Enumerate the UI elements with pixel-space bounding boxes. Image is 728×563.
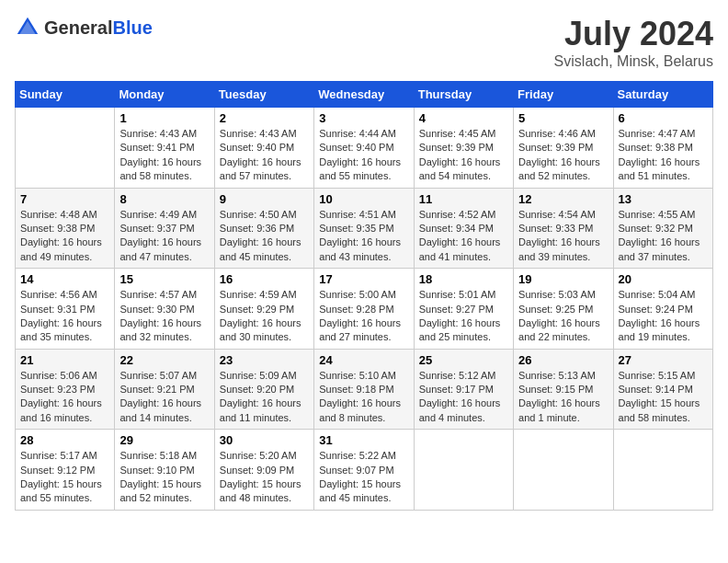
logo: GeneralBlue [15,15,153,40]
page-header: GeneralBlue July 2024 Svislach, Minsk, B… [15,15,713,70]
day-info: Sunrise: 4:46 AMSunset: 9:39 PMDaylight:… [518,128,600,181]
day-number: 9 [220,192,309,206]
day-number: 22 [119,353,209,367]
calendar-cell: 1 Sunrise: 4:43 AMSunset: 9:41 PMDayligh… [115,108,214,189]
day-number: 15 [119,272,209,286]
day-info: Sunrise: 4:55 AMSunset: 9:32 PMDaylight:… [619,209,700,262]
day-number: 16 [220,272,309,286]
calendar-cell: 23 Sunrise: 5:09 AMSunset: 9:20 PMDaylig… [214,349,313,430]
calendar-cell: 6 Sunrise: 4:47 AMSunset: 9:38 PMDayligh… [613,108,712,189]
calendar-cell: 5 Sunrise: 4:46 AMSunset: 9:39 PMDayligh… [514,108,613,189]
calendar-cell: 11 Sunrise: 4:52 AMSunset: 9:34 PMDaylig… [414,188,513,269]
calendar-cell: 20 Sunrise: 5:04 AMSunset: 9:24 PMDaylig… [613,269,712,350]
day-info: Sunrise: 4:52 AMSunset: 9:34 PMDaylight:… [419,209,501,262]
header-friday: Friday [514,82,613,108]
calendar-cell: 14 Sunrise: 4:56 AMSunset: 9:31 PMDaylig… [16,269,115,350]
calendar-cell: 28 Sunrise: 5:17 AMSunset: 9:12 PMDaylig… [16,430,115,511]
calendar-cell: 21 Sunrise: 5:06 AMSunset: 9:23 PMDaylig… [16,349,115,430]
day-number: 26 [518,353,608,367]
header-sunday: Sunday [16,82,115,108]
calendar-cell: 26 Sunrise: 5:13 AMSunset: 9:15 PMDaylig… [514,349,613,430]
day-info: Sunrise: 5:17 AMSunset: 9:12 PMDaylight:… [20,450,102,503]
calendar-cell: 24 Sunrise: 5:10 AMSunset: 9:18 PMDaylig… [314,349,414,430]
calendar-cell: 8 Sunrise: 4:49 AMSunset: 9:37 PMDayligh… [115,188,214,269]
day-number: 6 [619,111,708,125]
calendar-cell: 31 Sunrise: 5:22 AMSunset: 9:07 PMDaylig… [314,430,414,511]
calendar-subtitle: Svislach, Minsk, Belarus [554,53,713,70]
calendar-cell: 16 Sunrise: 4:59 AMSunset: 9:29 PMDaylig… [214,269,313,350]
calendar-cell: 17 Sunrise: 5:00 AMSunset: 9:28 PMDaylig… [314,269,414,350]
day-info: Sunrise: 4:49 AMSunset: 9:37 PMDaylight:… [119,209,201,262]
day-number: 31 [319,433,408,447]
day-info: Sunrise: 4:54 AMSunset: 9:33 PMDaylight:… [518,209,600,262]
day-info: Sunrise: 4:48 AMSunset: 9:38 PMDaylight:… [20,209,102,262]
day-info: Sunrise: 4:56 AMSunset: 9:31 PMDaylight:… [20,289,102,342]
day-info: Sunrise: 4:47 AMSunset: 9:38 PMDaylight:… [619,128,700,181]
calendar-week-row: 7 Sunrise: 4:48 AMSunset: 9:38 PMDayligh… [16,188,713,269]
calendar-cell [613,430,712,511]
day-number: 3 [319,111,408,125]
calendar-cell: 13 Sunrise: 4:55 AMSunset: 9:32 PMDaylig… [613,188,712,269]
day-number: 2 [220,111,309,125]
logo-general: General [44,17,112,38]
day-number: 5 [518,111,608,125]
logo-icon [15,15,40,40]
day-number: 1 [119,111,209,125]
day-number: 20 [619,272,708,286]
header-wednesday: Wednesday [314,82,414,108]
day-number: 27 [619,353,708,367]
day-number: 13 [619,192,708,206]
day-info: Sunrise: 5:18 AMSunset: 9:10 PMDaylight:… [119,450,201,503]
day-number: 19 [518,272,608,286]
calendar-cell [414,430,513,511]
day-number: 4 [419,111,508,125]
calendar-week-row: 1 Sunrise: 4:43 AMSunset: 9:41 PMDayligh… [16,108,713,189]
header-saturday: Saturday [613,82,712,108]
day-number: 25 [419,353,508,367]
day-info: Sunrise: 4:45 AMSunset: 9:39 PMDaylight:… [419,128,501,181]
header-thursday: Thursday [414,82,513,108]
day-number: 24 [319,353,408,367]
calendar-cell: 2 Sunrise: 4:43 AMSunset: 9:40 PMDayligh… [214,108,313,189]
day-number: 28 [20,433,109,447]
calendar-cell: 18 Sunrise: 5:01 AMSunset: 9:27 PMDaylig… [414,269,513,350]
calendar-table: SundayMondayTuesdayWednesdayThursdayFrid… [15,81,713,511]
day-info: Sunrise: 5:03 AMSunset: 9:25 PMDaylight:… [518,289,600,342]
day-number: 14 [20,272,109,286]
day-number: 8 [119,192,209,206]
calendar-cell: 3 Sunrise: 4:44 AMSunset: 9:40 PMDayligh… [314,108,414,189]
day-info: Sunrise: 5:09 AMSunset: 9:20 PMDaylight:… [220,370,301,423]
day-info: Sunrise: 5:00 AMSunset: 9:28 PMDaylight:… [319,289,401,342]
calendar-cell: 30 Sunrise: 5:20 AMSunset: 9:09 PMDaylig… [214,430,313,511]
day-number: 11 [419,192,508,206]
day-info: Sunrise: 5:06 AMSunset: 9:23 PMDaylight:… [20,370,102,423]
day-info: Sunrise: 5:10 AMSunset: 9:18 PMDaylight:… [319,370,401,423]
day-info: Sunrise: 5:15 AMSunset: 9:14 PMDaylight:… [619,370,700,423]
calendar-cell: 29 Sunrise: 5:18 AMSunset: 9:10 PMDaylig… [115,430,214,511]
calendar-cell: 4 Sunrise: 4:45 AMSunset: 9:39 PMDayligh… [414,108,513,189]
day-number: 7 [20,192,109,206]
day-info: Sunrise: 5:20 AMSunset: 9:09 PMDaylight:… [220,450,301,503]
title-block: July 2024 Svislach, Minsk, Belarus [554,15,713,70]
calendar-cell [16,108,115,189]
day-info: Sunrise: 5:22 AMSunset: 9:07 PMDaylight:… [319,450,401,503]
header-monday: Monday [115,82,214,108]
calendar-cell: 7 Sunrise: 4:48 AMSunset: 9:38 PMDayligh… [16,188,115,269]
calendar-cell: 27 Sunrise: 5:15 AMSunset: 9:14 PMDaylig… [613,349,712,430]
calendar-week-row: 28 Sunrise: 5:17 AMSunset: 9:12 PMDaylig… [16,430,713,511]
day-number: 23 [220,353,309,367]
day-number: 18 [419,272,508,286]
day-info: Sunrise: 4:57 AMSunset: 9:30 PMDaylight:… [119,289,201,342]
day-info: Sunrise: 4:51 AMSunset: 9:35 PMDaylight:… [319,209,401,262]
day-number: 17 [319,272,408,286]
day-info: Sunrise: 4:50 AMSunset: 9:36 PMDaylight:… [220,209,301,262]
day-info: Sunrise: 5:07 AMSunset: 9:21 PMDaylight:… [119,370,201,423]
calendar-cell: 15 Sunrise: 4:57 AMSunset: 9:30 PMDaylig… [115,269,214,350]
calendar-cell: 25 Sunrise: 5:12 AMSunset: 9:17 PMDaylig… [414,349,513,430]
day-number: 10 [319,192,408,206]
day-number: 12 [518,192,608,206]
day-info: Sunrise: 4:59 AMSunset: 9:29 PMDaylight:… [220,289,301,342]
calendar-header-row: SundayMondayTuesdayWednesdayThursdayFrid… [16,82,713,108]
day-info: Sunrise: 4:43 AMSunset: 9:41 PMDaylight:… [119,128,201,181]
day-info: Sunrise: 5:01 AMSunset: 9:27 PMDaylight:… [419,289,501,342]
